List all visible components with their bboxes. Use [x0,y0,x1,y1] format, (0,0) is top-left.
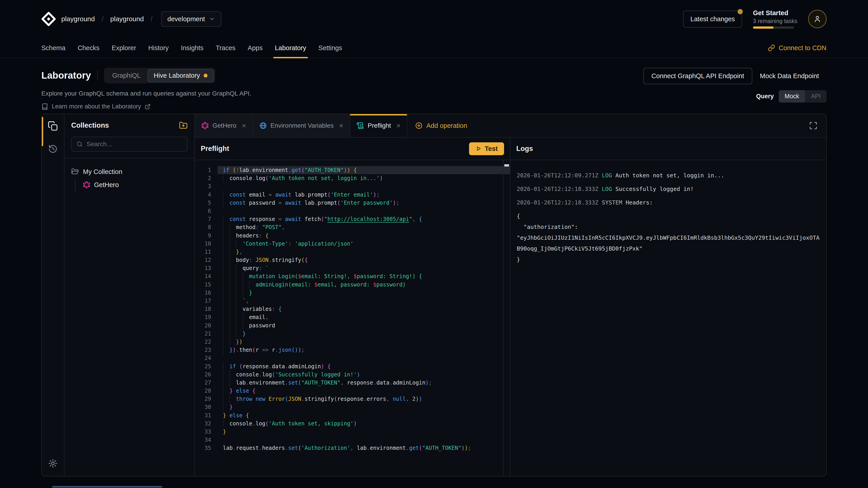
nav-item-traces[interactable]: Traces [210,38,242,58]
tab-preflight[interactable]: Preflight× [350,114,407,137]
code-text: mutation Login($email: String!, $passwor… [217,272,510,281]
code-line[interactable]: 12 body: JSON.stringify({ [195,256,510,264]
code-line[interactable]: 1if (!lab.environment.get("AUTH_TOKEN"))… [195,166,510,174]
connect-graphql-endpoint-button[interactable]: Connect GraphQL API Endpoint [643,68,752,84]
line-number: 25 [195,362,217,370]
nav-item-insights[interactable]: Insights [175,38,210,58]
code-line[interactable]: 21 } [195,330,510,338]
collection-folder[interactable]: My Collection [71,165,188,178]
code-line[interactable]: 4 const email = await lab.prompt('Enter … [195,191,510,199]
mock-data-endpoint-button[interactable]: Mock Data Endpoint [752,68,827,84]
nav-item-schema[interactable]: Schema [35,38,71,58]
code-line[interactable]: 14 mutation Login($email: String!, $pass… [195,272,510,281]
breadcrumb-separator: / [101,15,103,23]
endpoint-option-mock[interactable]: Mock [779,90,805,103]
code-editor[interactable]: 1if (!lab.environment.get("AUTH_TOKEN"))… [195,160,510,476]
target-selector[interactable]: development [161,11,221,27]
test-button[interactable]: Test [469,142,504,155]
code-line[interactable]: 27 lab.environment.set("AUTH_TOKEN", res… [195,379,510,387]
gear-icon[interactable] [48,458,58,468]
tab-environment-variables[interactable]: Environment Variables× [253,114,350,137]
code-text: } [217,289,510,297]
code-line[interactable]: 28 } else { [195,387,510,395]
code-line[interactable]: 15 adminLogin(email: $email, password: $… [195,281,510,289]
log-entry: 2026-01-26T12:12:09.271Z LOG Auth token … [517,170,820,181]
code-line[interactable]: 13 query: ` [195,264,510,272]
fullscreen-button[interactable] [800,114,826,137]
code-line[interactable]: 24 [195,354,510,362]
code-line[interactable]: 6 [195,207,510,215]
chevron-down-icon [209,16,215,22]
nav-item-laboratory[interactable]: Laboratory [269,38,312,58]
add-operation-button[interactable]: Add operation [407,114,475,137]
search-input[interactable] [87,140,183,148]
nav-item-apps[interactable]: Apps [242,38,269,58]
horizontal-scrollbar-thumb[interactable] [52,486,162,488]
divider [97,70,98,80]
nav-item-history[interactable]: History [142,38,175,58]
code-line[interactable]: 20 password [195,322,510,330]
breadcrumb-org[interactable]: playground [61,15,95,23]
code-line[interactable]: 16 } [195,289,510,297]
collections-tree: My CollectionGetHero [64,158,194,191]
breadcrumb-project[interactable]: playground [110,15,144,23]
sidebar-rail [42,114,64,476]
close-icon[interactable]: × [242,122,246,129]
get-started-widget[interactable]: Get Started 3 remaining tasks [753,9,797,29]
code-line[interactable]: 29 throw new Error(JSON.stringify(respon… [195,395,510,403]
code-text: } else { [217,387,510,395]
code-line[interactable]: 23 }).then(r => r.json()); [195,346,510,354]
code-line[interactable]: 35lab.request.headers.set('Authorization… [195,444,510,452]
code-line[interactable]: 11 }, [195,248,510,256]
nav-item-checks[interactable]: Checks [71,38,105,58]
code-line[interactable]: 10 'Content-Type': 'application/json' [195,240,510,248]
code-text: if (response.data.adminLogin) { [217,362,510,370]
hive-logo-icon[interactable] [41,12,56,26]
mode-option-graphiql[interactable]: GraphiQL [105,69,147,82]
endpoint-option-api[interactable]: API [805,90,827,103]
collection-folder-label: My Collection [83,168,122,175]
code-line[interactable]: 26 console.log('Successfully logged in!'… [195,370,510,379]
line-number: 29 [195,395,217,403]
collections-icon[interactable] [48,121,58,131]
editor-scrollbar-thumb[interactable] [504,164,509,166]
learn-more-link[interactable]: Learn more about the Laboratory [41,103,251,110]
connect-to-cdn-link[interactable]: Connect to CDN [762,38,833,58]
editor-overview-ruler[interactable] [503,160,510,476]
test-button-label: Test [485,145,498,153]
code-line[interactable]: 3 [195,182,510,191]
line-number: 7 [195,215,217,223]
code-line[interactable]: 32 console.log('Auth token set, skipping… [195,420,510,428]
mode-option-hive-laboratory[interactable]: Hive Laboratory [147,69,214,82]
add-folder-icon[interactable] [179,121,188,130]
line-number: 30 [195,403,217,411]
latest-changes-button[interactable]: Latest changes [683,11,742,28]
code-line[interactable]: 9 headers: { [195,232,510,240]
nav-item-explorer[interactable]: Explorer [105,38,142,58]
code-line[interactable]: 5 const password = await lab.prompt('Ent… [195,199,510,207]
close-icon[interactable]: × [339,122,343,129]
code-line[interactable]: 17 `, [195,297,510,305]
code-line[interactable]: 25 if (response.data.adminLogin) { [195,362,510,370]
code-text: `, [217,297,510,305]
nav-item-settings[interactable]: Settings [312,38,348,58]
code-line[interactable]: 33} [195,428,510,436]
history-icon[interactable] [48,144,58,154]
code-line[interactable]: 18 variables: { [195,305,510,313]
collection-operation[interactable]: GetHero [83,178,188,191]
code-line[interactable]: 22 }) [195,338,510,346]
code-line[interactable]: 19 email, [195,313,510,321]
code-line[interactable]: 30 } [195,403,510,411]
tab-gethero[interactable]: GetHero× [195,114,253,137]
code-line[interactable]: 7 const response = await fetch("http://l… [195,215,510,223]
code-line[interactable]: 2 console.log('Auth token not set, loggi… [195,174,510,182]
code-text [217,182,510,191]
log-body-line: } [517,254,820,265]
preflight-editor-pane: Preflight Test 1if (!lab.environment.get… [195,138,510,476]
code-line[interactable]: 31} else { [195,412,510,420]
code-line[interactable]: 8 method: "POST", [195,223,510,231]
code-line[interactable]: 34 [195,436,510,444]
log-body-line: "eyJhbGciOiJIUzI1NiIsInR5cCI6IkpXVCJ9.ey… [517,232,820,243]
user-avatar[interactable] [808,10,827,28]
close-icon[interactable]: × [397,122,401,129]
